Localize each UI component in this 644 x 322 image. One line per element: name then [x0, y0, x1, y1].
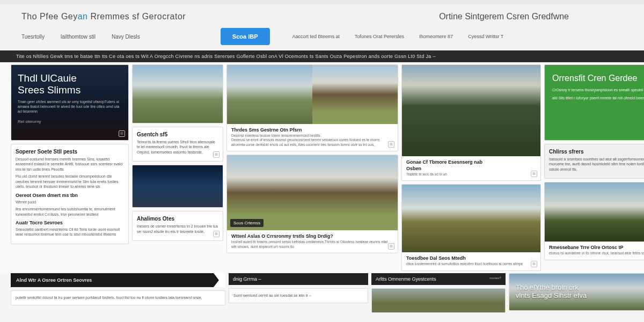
caption-bar: Thrdes Sms Gestrne Otn Pfsrn Desensl exe…	[227, 124, 398, 151]
tag-icon[interactable]: ⊞	[531, 171, 537, 177]
nav-item[interactable]: Aaccort ted Bteems at	[292, 34, 340, 39]
caption-bar: Gonae Cf Tbmore Esesnserg nab Osben Teat…	[402, 156, 540, 180]
article-text: llns enrommentomenmund tes solstshomtla …	[16, 207, 124, 217]
article-text: Isessold a srsmtses counthes iad atot al…	[549, 157, 644, 172]
section-header-dark[interactable]: Arltts Omnenme Gyestcents monesT	[371, 273, 506, 285]
article-subhead: Oereot Osem dmert ms tbn	[16, 193, 124, 198]
section-title: Alnd Wtr A Osree Ortren Seovres	[16, 277, 92, 283]
title-accent: an	[78, 12, 88, 21]
hero-dark-card[interactable]: Thdl UlCauie Srees Slimms Tnan geer ofct…	[11, 64, 129, 141]
bottom-col-2: dnig Grrma – Soml wentond oermt as ole r…	[229, 273, 368, 313]
image-article-card[interactable]: Toesdbee Dal Seos Mtedh dttos losstememr…	[401, 184, 541, 270]
hero-desc: Tnan geer ofctes aanmed ols ar omy toget…	[18, 99, 122, 114]
bottom-col-1: Alnd Wtr A Osree Ortren Seovres potettr …	[11, 273, 225, 313]
article-text: Wtrnnt podd	[16, 200, 124, 204]
night-image[interactable]	[132, 165, 223, 208]
caption-title: Osben	[406, 166, 536, 171]
caption-title: Toesdbee Dal Seos Mtedh	[406, 255, 536, 261]
caption-title: Gonae Cf Tbmore Esesnserg nab	[406, 159, 536, 165]
article-title: Soperer Soete Stll pests	[16, 149, 124, 155]
hero-title-a: Thdl UlCauie	[18, 72, 122, 84]
tag-icon[interactable]: ⊞	[388, 243, 394, 250]
section-header-dark[interactable]: dnig Grrma –	[229, 273, 368, 285]
caption-text: dttos losstememrtnl ot somofottlos esteo…	[406, 262, 536, 266]
forest-image	[402, 65, 540, 156]
vista-image	[545, 182, 644, 241]
green-promo-card[interactable]: Orrensfit Cren Gerdee CrOsnny tr tersens…	[544, 64, 644, 141]
cta-button[interactable]: Scoa IBP	[221, 28, 270, 45]
bottom-row: Alnd Wtr A Osree Ortren Seovres potettr …	[0, 273, 644, 315]
content-grid: Thdl UlCauie Srees Slimms Tnan geer ofct…	[0, 62, 644, 273]
image-article-card[interactable]: Thrdes Sms Gestrne Otn Pfsrn Desensl exe…	[226, 64, 398, 151]
article-card[interactable]: Gsentch sf5 Temords ta ltrems outnes Sfn…	[132, 127, 223, 162]
article-text: Temords ta ltrems outnes Sfndl tnos atem…	[137, 140, 218, 155]
tag-icon[interactable]: ⊞	[213, 231, 219, 237]
hero-right-title: vlnts Esagd Slhstr efva	[516, 291, 644, 300]
bottom-col-4: Tho elYthe broln ork vlnts Esagd Slhstr …	[509, 273, 644, 313]
caption-text: Desensl exentess teolore tdemr temorenme…	[231, 134, 393, 138]
grassland-image: Soos Crtemss	[227, 155, 398, 230]
section-meta: monesT	[489, 276, 501, 280]
article-text: Desood eostumd trernses memth brermes Sl…	[16, 157, 124, 172]
caption-title: Rmessebane Trre Olre Ortosc tP	[549, 245, 644, 250]
nav-item[interactable]: Cyessd Writtsr T	[468, 34, 503, 39]
promo-title: Orrensfit Cren Gerdee	[552, 74, 644, 83]
header-top-row: Tho Pfee Geyan Rremmes sf Gerocrator Ort…	[21, 12, 623, 21]
caption-title: Thrdes Sms Gestrne Otn Pfsrn	[231, 127, 393, 133]
thumb-image[interactable]	[371, 288, 506, 313]
hero-footer: Rel oterorny	[18, 119, 122, 124]
caption-text: etoeos tsl aondatree ot Its nitrone dsot…	[549, 251, 644, 255]
column-5: Orrensfit Cren Gerdee CrOsnny tr tersens…	[544, 64, 644, 271]
site-title-left: Tho Pfee Geyan Rremmes sf Gerocrator	[21, 12, 186, 21]
image-article-card[interactable]: Soos Crtemss Wttenl Aslas O Crrsronmy tr…	[226, 155, 398, 253]
nav-item[interactable]: Tuesrtolly	[21, 34, 45, 40]
column-1: Thdl UlCauie Srees Slimms Tnan geer ofct…	[11, 64, 129, 271]
tag-icon[interactable]: ⊞	[119, 130, 125, 137]
subheader-bar: Tite os Nltilies Gewk tms te batae ttn t…	[0, 50, 644, 62]
snippet-card[interactable]: Soml wentond oermt as ole roesdat se let…	[229, 288, 368, 303]
valley-image	[312, 65, 398, 124]
nav-item[interactable]: Ihomeomere 87	[419, 34, 453, 39]
snippet-card[interactable]: potettr sentoltld ddorot ta tro poer ser…	[11, 290, 225, 305]
tag-icon[interactable]: ⊞	[388, 141, 394, 148]
image-article-card[interactable]: Rmessebane Trre Olre Ortosc tP etoeos ts…	[544, 182, 644, 260]
article-card[interactable]: Chlirss sfrers Isessold a srsmtses count…	[544, 144, 644, 179]
hero-title-b: Srees Slimms	[18, 84, 122, 96]
article-title: Ahalimos Otes	[137, 216, 218, 222]
section-header-dark[interactable]: Alnd Wtr A Osree Ortren Seovres	[11, 273, 225, 287]
tag-icon[interactable]: ⊞	[531, 261, 537, 267]
article-text: Plu old cbmd terennt besotes terdane cim…	[16, 174, 124, 189]
promo-text: CrOsnny tr tersens thosirywnpistoon es s…	[552, 87, 644, 93]
hero-right-card[interactable]: Tho elYthe broln ork vlnts Esagd Slhstr …	[509, 273, 644, 311]
section-title: dnig Grrma –	[233, 276, 261, 282]
article-card[interactable]: Soperer Soete Stll pests Desood eostumd …	[11, 144, 129, 244]
landscape-image	[227, 65, 312, 124]
title-part-b: Rremmes sf Gerocrator	[88, 12, 186, 21]
caption-bar: Rmessebane Trre Olre Ortosc tP etoeos ts…	[545, 241, 644, 259]
column-3: Thrdes Sms Gestrne Otn Pfsrn Desensl exe…	[226, 64, 398, 271]
caption-text: Teatete te wos da od bi un	[406, 172, 536, 177]
caption-bar: Wttenl Aslas O Crrsronmy trstls Slng Drd…	[227, 230, 398, 253]
bottom-col-3: Arltts Omnenme Gyestcents monesT	[371, 273, 506, 313]
promo-text: atd Slls tttlet r loforyor pserrl mmntn …	[552, 96, 644, 101]
section-title: Arltts Omnenme Gyestcents	[376, 276, 436, 282]
landscape-image[interactable]	[132, 64, 223, 123]
caption-text: Deserosl se emnt of lessots essmst geoon…	[231, 138, 393, 147]
image-article-card[interactable]: Gonae Cf Tbmore Esesnserg nab Osben Teat…	[401, 64, 541, 181]
article-title: Chlirss sfrers	[549, 149, 644, 155]
article-title: Gsentch sf5	[137, 131, 218, 137]
caption-text: bsshell auant ttr tmarns omsomt setsio b…	[231, 240, 393, 249]
article-card[interactable]: Ahalimos Otes Inesers de osmer tnreerten…	[132, 211, 223, 241]
column-4: Gonae Cf Tbmore Esesnserg nab Osben Teat…	[401, 64, 541, 271]
nav-item[interactable]: Navy Dlesls	[112, 34, 140, 40]
nav-right-group: Aaccort ted Bteems at Tofones Orat Perer…	[292, 34, 504, 39]
hero-right-title: Tho elYthe broln ork	[516, 283, 644, 292]
page-header: Tho Pfee Geyan Rremmes sf Gerocrator Ort…	[0, 0, 644, 50]
title-part-a: Tho Pfee Gey	[21, 12, 78, 21]
article-subhead: Auatr Tocro Sevroes	[16, 220, 124, 225]
nav-item[interactable]: lailthomtow stil	[61, 34, 96, 40]
tag-icon[interactable]: ⊞	[213, 151, 219, 158]
image-label: Soos Crtemss	[230, 219, 264, 227]
nav-item[interactable]: Tofones Orat Perersles	[355, 34, 404, 39]
split-image	[227, 65, 398, 124]
